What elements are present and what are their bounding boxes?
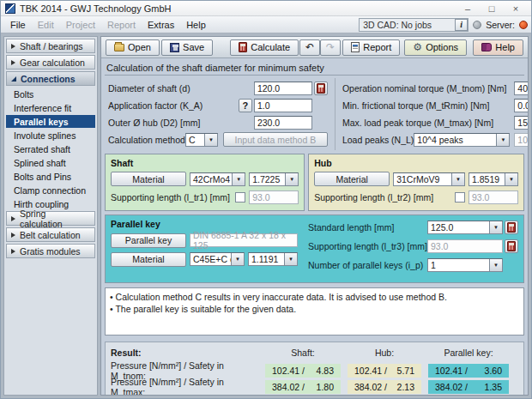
menu-bar: File Edit Project Report Extras Help 3D …: [1, 16, 531, 33]
sidebar-item-splined-shaft[interactable]: Splined shaft: [6, 156, 95, 169]
nominal-torque-input[interactable]: 4000.0: [514, 82, 529, 95]
parallel-key-button[interactable]: Parallel key: [111, 233, 186, 248]
peak-torque-label: Max. load peak torque (M_tmax) [Nm]: [342, 118, 514, 128]
sidebar-item-serrated-shaft[interactable]: Serrated shaft: [6, 142, 95, 155]
standard-length-select[interactable]: 125.0 ▼: [427, 221, 503, 234]
sidebar-item-bolts-and-pins[interactable]: Bolts and Pins: [6, 170, 95, 183]
message-line: • The parallel key is suitable for the g…: [110, 303, 519, 315]
title-bar: TBK 2014 - GWJ Technology GmbH – □ ×: [1, 1, 531, 16]
load-peaks-count-field: 10000.0: [514, 133, 529, 147]
open-folder-icon: [114, 44, 124, 51]
hub-material-button[interactable]: Material: [314, 172, 390, 186]
result-hub-nominal: 102.41 /5.71: [348, 364, 421, 378]
result-key-max: 384.02 /1.35: [428, 380, 509, 394]
frictional-torque-input[interactable]: 0.0: [514, 99, 529, 112]
hub-material-select[interactable]: 31CrMoV9 ▼: [393, 172, 465, 186]
server-label: Server:: [486, 20, 515, 30]
hub-material-number-select[interactable]: 1.8519 ▼: [469, 172, 518, 186]
parallel-key-material-number-select[interactable]: 1.1191 ▼: [248, 252, 298, 266]
sidebar-item-involute-splines[interactable]: Involute splines: [6, 129, 95, 142]
help-book-icon: [481, 43, 492, 51]
top-form: Diameter of shaft (d) 120.0 Application …: [105, 78, 524, 150]
top-form-left-column: Diameter of shaft (d) 120.0 Application …: [105, 78, 336, 150]
help-button[interactable]: Help: [473, 39, 523, 56]
minimize-button[interactable]: –: [456, 3, 479, 15]
redo-button: ↷: [320, 39, 341, 56]
cad-status-text: 3D CAD: No jobs: [363, 20, 455, 30]
outer-hub-label: Outer Ø hub (D2) [mm]: [108, 118, 254, 128]
diameter-calculator-button[interactable]: [314, 82, 328, 95]
menu-extras[interactable]: Extras: [142, 18, 180, 32]
results-title: Result:: [111, 348, 258, 358]
info-icon[interactable]: i: [455, 19, 468, 31]
server-status-led-icon: [519, 21, 528, 29]
results-row-nominal: Pressure [N/mm²] / Safety in M_tnom: 102…: [111, 360, 518, 376]
menu-file[interactable]: File: [4, 18, 32, 32]
cad-status-led-icon: [473, 21, 481, 29]
calculation-method-select[interactable]: C ▼: [185, 133, 218, 147]
sidebar-category-shaft-bearings[interactable]: Shaft / bearings: [6, 39, 95, 53]
peak-torque-input[interactable]: 15000.0: [514, 116, 529, 130]
outer-hub-input[interactable]: 230.0: [254, 116, 312, 130]
key-supporting-length-field: 93.0: [427, 239, 503, 253]
results-col-shaft: Shaft:: [265, 348, 341, 358]
hub-section: Hub Material 31CrMoV9 ▼ 1.8519 ▼: [308, 154, 524, 211]
sidebar-item-bolts[interactable]: Bolts: [6, 88, 95, 100]
standard-length-calculator-button[interactable]: [505, 221, 518, 234]
application-factor-label: Application factor (K_A): [108, 100, 239, 111]
chevron-down-icon: ▼: [231, 253, 244, 265]
shaft-material-select[interactable]: 42CrMo4 quenched and t... ▼: [190, 172, 245, 186]
sidebar-item-clamp-connection[interactable]: Clamp connection: [6, 184, 95, 196]
results-row-max: Pressure [N/mm²] / Safety in M_tmax: 384…: [111, 377, 518, 392]
diameter-input[interactable]: 120.0: [254, 82, 312, 95]
shaft-material-number-select[interactable]: 1.7225 ▼: [249, 172, 299, 186]
menu-project: Project: [60, 18, 101, 32]
sidebar-category-gear-calculation[interactable]: Gear calculation: [6, 55, 95, 70]
undo-button[interactable]: ↶: [299, 39, 320, 56]
open-button[interactable]: Open: [106, 39, 160, 56]
message-line: • Calculation method C results in very i…: [110, 291, 519, 303]
hub-section-title: Hub: [314, 158, 518, 168]
shaft-supporting-length-checkbox[interactable]: [235, 192, 245, 203]
number-of-keys-label: Number of parallel keys (i_p): [308, 260, 427, 270]
parallel-key-material-button[interactable]: Material: [111, 252, 186, 267]
options-button[interactable]: ⚙Options: [404, 39, 467, 56]
report-button[interactable]: Report: [342, 39, 400, 56]
sidebar-category-spring-calculation[interactable]: Spring calculation: [6, 211, 95, 226]
expanded-triangle-icon: [11, 76, 16, 82]
load-peaks-select[interactable]: 10^4 peaks ▼: [414, 133, 510, 147]
collapsed-triangle-icon: [11, 233, 15, 238]
calculator-icon: [317, 83, 325, 94]
chevron-down-icon: ▼: [232, 173, 245, 185]
application-factor-help-button[interactable]: ?: [239, 99, 252, 112]
shaft-material-button[interactable]: Material: [111, 172, 186, 186]
nominal-torque-label: Operation nominal torque (M_tnom) [Nm]: [342, 83, 514, 94]
shaft-supporting-length-field: 93.0: [249, 190, 299, 204]
close-button[interactable]: ×: [505, 3, 527, 15]
sidebar-item-interference-fit[interactable]: Interference fit: [6, 101, 95, 114]
results-panel: Result: Shaft: Hub: Parallel key: Pressu…: [105, 342, 524, 396]
key-supporting-length-calculator-button[interactable]: [505, 239, 518, 253]
number-of-keys-select[interactable]: 1 ▼: [427, 258, 503, 272]
messages-box: • Calculation method C results in very i…: [105, 287, 524, 336]
calculate-button[interactable]: Calculate: [230, 39, 299, 56]
report-document-icon: [351, 42, 360, 52]
application-factor-input[interactable]: 1.0: [254, 99, 312, 112]
sidebar-category-gratis-modules[interactable]: Gratis modules: [6, 244, 95, 258]
sidebar-item-parallel-keys[interactable]: Parallel keys: [6, 115, 95, 128]
results-col-hub: Hub:: [348, 348, 421, 358]
maximize-button[interactable]: □: [481, 3, 503, 15]
menu-help[interactable]: Help: [180, 18, 212, 32]
hub-supporting-length-checkbox[interactable]: [455, 192, 465, 203]
sidebar-category-belt-calculation[interactable]: Belt calculation: [6, 227, 95, 242]
chevron-down-icon: ▼: [505, 173, 517, 185]
parallel-key-left-column: Parallel key Parallel key DIN 6885-1 A 3…: [111, 219, 306, 275]
save-button[interactable]: Save: [161, 39, 213, 56]
shaft-supporting-length-label: Supporting length (l_tr1) [mm]: [111, 192, 232, 203]
chevron-down-icon: ▼: [496, 134, 509, 146]
parallel-key-right-column: Standard length [mm] 125.0 ▼ Supporting …: [306, 219, 518, 275]
sidebar-category-connections[interactable]: Connections: [6, 71, 95, 86]
shaft-section: Shaft Material 42CrMo4 quenched and t...…: [105, 154, 305, 211]
parallel-key-material-select[interactable]: C45E+C cold drawn ▼: [190, 252, 245, 266]
calculator-icon: [507, 241, 516, 251]
